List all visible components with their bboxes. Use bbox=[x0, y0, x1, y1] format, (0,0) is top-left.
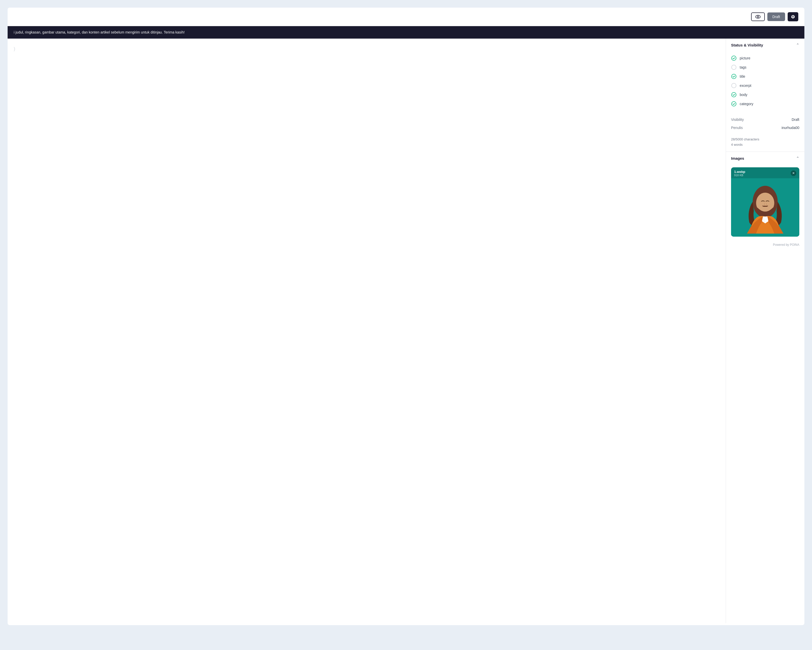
images-title: Images bbox=[731, 156, 744, 161]
checklist-item-body: body bbox=[731, 90, 799, 99]
images-section-header[interactable]: Images ⌃ bbox=[726, 152, 804, 165]
meta-info: Visibility Draft Penulis inurhuda00 bbox=[726, 113, 804, 136]
image-remove-button[interactable]: ✕ bbox=[791, 170, 796, 176]
checklist-label-body: body bbox=[740, 93, 747, 97]
svg-point-7 bbox=[731, 102, 736, 106]
svg-point-5 bbox=[731, 83, 736, 88]
draft-button[interactable]: Draft bbox=[767, 12, 785, 21]
checklist-label-tags: tags bbox=[740, 65, 746, 69]
person-illustration bbox=[731, 178, 799, 237]
image-filesize: 918 KB bbox=[734, 174, 745, 177]
sidebar: Status & Visibility ⌃ picture bbox=[726, 38, 804, 623]
penulis-value: inurhuda00 bbox=[781, 126, 799, 130]
image-card: 1.webp 918 KB ✕ bbox=[731, 167, 799, 237]
characters-count: 28/5000 characters bbox=[731, 137, 799, 142]
status-visibility-header[interactable]: Status & Visibility ⌃ bbox=[726, 38, 804, 52]
visibility-value: Draft bbox=[792, 118, 799, 122]
status-visibility-section: Status & Visibility ⌃ picture bbox=[726, 38, 804, 152]
images-chevron-up-icon: ⌃ bbox=[796, 156, 799, 161]
checklist-item-category: category bbox=[731, 99, 799, 109]
status-visibility-title: Status & Visibility bbox=[731, 43, 763, 47]
image-card-header: 1.webp 918 KB ✕ bbox=[731, 167, 799, 178]
penulis-label: Penulis bbox=[731, 126, 743, 130]
banner-text: i judul, ringkasan, gambar utama, katego… bbox=[14, 30, 185, 34]
check-tags-icon bbox=[731, 64, 737, 70]
settings-button[interactable] bbox=[788, 12, 798, 21]
checklist-label-excerpt: excerpt bbox=[740, 84, 751, 87]
svg-point-4 bbox=[731, 74, 736, 79]
preview-icon bbox=[755, 15, 761, 18]
image-card-info: 1.webp 918 KB bbox=[734, 170, 745, 177]
image-filename: 1.webp bbox=[734, 170, 745, 174]
visibility-row: Visibility Draft bbox=[731, 116, 799, 124]
checklist-item-tags: tags bbox=[731, 63, 799, 72]
main-content-area: ) bbox=[8, 38, 726, 623]
powered-by-text: Powered by POINA bbox=[773, 243, 799, 246]
image-card-container: 1.webp 918 KB ✕ bbox=[726, 165, 804, 239]
content-placeholder: ) bbox=[14, 46, 15, 51]
preview-button[interactable] bbox=[751, 12, 765, 21]
main-container: Draft i judul, ringkasan, gambar utama, … bbox=[8, 8, 804, 625]
checklist-label-category: category bbox=[740, 102, 753, 106]
checklist-item-title: title bbox=[731, 72, 799, 81]
check-body-icon bbox=[731, 92, 737, 98]
chevron-up-icon: ⌃ bbox=[796, 43, 799, 47]
visibility-label: Visibility bbox=[731, 118, 744, 122]
check-picture-icon bbox=[731, 55, 737, 61]
notification-banner: i judul, ringkasan, gambar utama, katego… bbox=[8, 26, 804, 38]
penulis-row: Penulis inurhuda00 bbox=[731, 124, 799, 132]
image-preview bbox=[731, 178, 799, 237]
checklist-label-title: title bbox=[740, 74, 745, 78]
content-layout: ) Status & Visibility ⌃ pictur bbox=[8, 38, 804, 623]
header: Draft bbox=[8, 8, 804, 26]
images-section: Images ⌃ 1.webp 918 KB ✕ bbox=[726, 152, 804, 239]
checklist-label-picture: picture bbox=[740, 56, 750, 60]
svg-point-3 bbox=[731, 65, 736, 70]
gear-icon bbox=[791, 14, 795, 19]
char-info: 28/5000 characters 4 words bbox=[726, 136, 804, 151]
words-count: 4 words bbox=[731, 142, 799, 147]
check-excerpt-icon bbox=[731, 83, 737, 88]
svg-point-1 bbox=[757, 16, 759, 17]
check-title-icon bbox=[731, 73, 737, 79]
checklist: picture tags bbox=[726, 52, 804, 113]
check-category-icon bbox=[731, 101, 737, 107]
svg-point-6 bbox=[731, 92, 736, 97]
svg-point-2 bbox=[731, 56, 736, 60]
svg-point-0 bbox=[756, 15, 760, 18]
checklist-item-excerpt: excerpt bbox=[731, 81, 799, 90]
checklist-item-picture: picture bbox=[731, 54, 799, 63]
sidebar-footer: Powered by POINA bbox=[726, 239, 804, 250]
